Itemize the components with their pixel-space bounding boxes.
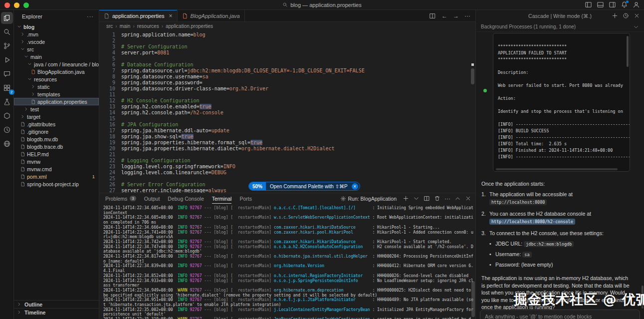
tab-application-properties[interactable]: application.properties×	[99, 10, 178, 21]
code-line[interactable]	[121, 116, 470, 122]
code-line[interactable]: # H2 Console Configuration	[121, 98, 470, 104]
terminal[interactable]: 2024-11-14T14:22:34.605+08:00 INFO 92767…	[99, 204, 475, 319]
breadcrumb-item[interactable]: application.properties	[166, 23, 213, 29]
code-line[interactable]: logging.level.com.linearuncle=DEBUG	[121, 170, 470, 176]
new-terminal-icon[interactable]	[403, 195, 409, 202]
tree-item-folder[interactable]: templates	[14, 90, 99, 98]
tree-item-file[interactable]: blogdb.trace.db	[14, 143, 99, 150]
tree-item-folder[interactable]: resources	[14, 75, 99, 83]
remote-icon[interactable]	[1, 138, 13, 150]
tree-item-file[interactable]: spring-boot-project.zip	[14, 180, 99, 188]
maximize-panel-icon[interactable]	[454, 195, 461, 202]
code-line[interactable]: spring.jpa.show-sql=true	[121, 134, 470, 140]
code-line[interactable]: spring.h2.console.path=/h2-console	[121, 110, 470, 116]
tree-item-file[interactable]: mvnw	[14, 158, 99, 165]
navigate-back-icon[interactable]: ←	[441, 12, 447, 19]
notifications-icon[interactable]	[621, 1, 628, 8]
terminal-scrollbar[interactable]	[471, 281, 475, 317]
chat-input[interactable]: Ask anything - use '@' to mention code b…	[480, 310, 640, 319]
panel-tab-debug-console[interactable]: Debug Console	[168, 193, 204, 204]
toggle-primary-sidebar-icon[interactable]	[585, 1, 592, 8]
panel-tab-problems[interactable]: Problems3	[105, 193, 136, 204]
close-cascade-icon[interactable]	[634, 12, 640, 19]
tree-item-file[interactable]: .gitattributes	[14, 120, 99, 128]
tree-item-file[interactable]: blogdb.mv.db	[14, 135, 99, 143]
panel-more-actions-icon[interactable]: ···	[444, 195, 450, 202]
close-tab-icon[interactable]: ×	[169, 13, 173, 19]
tree-item-folder[interactable]: .mvn	[14, 30, 99, 38]
tree-item-file[interactable]: .gitignore	[14, 128, 99, 135]
account-icon[interactable]	[633, 1, 640, 8]
code-line[interactable]: spring.jpa.properties.hibernate.dialect=…	[121, 146, 470, 152]
code-line[interactable]: spring.jpa.properties.hibernate.format_s…	[121, 140, 470, 146]
tree-item-folder[interactable]: main	[14, 53, 99, 60]
zoom-window-button[interactable]	[23, 2, 29, 8]
search-icon[interactable]	[1, 26, 13, 38]
panel-tab-output[interactable]: Output	[144, 193, 160, 204]
history-icon[interactable]	[1, 124, 13, 136]
run-debug-icon[interactable]	[1, 54, 13, 66]
packages-icon[interactable]	[1, 110, 13, 122]
block-horizontal-scrollbar[interactable]	[496, 168, 618, 170]
code-line[interactable]: # Server Configuration	[121, 44, 470, 50]
block-vertical-scrollbar[interactable]	[627, 36, 629, 67]
explorer-icon[interactable]	[1, 12, 13, 24]
tree-item-folder[interactable]: test	[14, 105, 99, 113]
new-conversation-icon[interactable]	[612, 12, 618, 19]
close-window-button[interactable]	[4, 2, 10, 8]
code-line[interactable]	[121, 56, 470, 62]
breadcrumb-item[interactable]: main	[120, 23, 131, 29]
code-line[interactable]: server.port=8081	[121, 50, 470, 56]
split-editor-icon[interactable]	[429, 12, 436, 19]
testing-icon[interactable]	[1, 96, 13, 108]
tree-item-file[interactable]: BlogApplication.java	[14, 68, 99, 75]
code-line[interactable]: # Database Configuration	[121, 62, 470, 68]
code-line[interactable]: # JPA Configuration	[121, 122, 470, 128]
outline-section[interactable]: Outline	[14, 300, 99, 308]
code-line[interactable]: # Logging Configuration	[121, 158, 470, 164]
toast-close-icon[interactable]: ×	[352, 183, 358, 190]
code-line[interactable]: spring.datasource.username=sa	[121, 74, 470, 80]
tree-item-file[interactable]: HELP.md	[14, 150, 99, 158]
code-line[interactable]: spring.datasource.password=	[121, 80, 470, 86]
conversation-history-icon[interactable]	[623, 12, 629, 19]
background-processes-row[interactable]: Background Processes (1 running, 1 done)	[476, 22, 644, 32]
editor-more-actions-icon[interactable]: ···	[464, 12, 470, 19]
minimize-window-button[interactable]	[14, 2, 19, 8]
breadcrumb-item[interactable]: src	[106, 23, 113, 29]
tree-item-file[interactable]: pom.xml1	[14, 173, 99, 180]
tree-item-folder[interactable]: src	[14, 45, 99, 53]
window-title[interactable]: blog — application.properties	[282, 2, 361, 8]
code-editor[interactable]: 1234567891011121314151617181920212223242…	[99, 30, 475, 193]
breadcrumb-item[interactable]: resources	[137, 23, 159, 29]
code-line[interactable]: spring.datasource.driver-class-name=org.…	[121, 86, 470, 92]
timeline-section[interactable]: Timeline	[14, 308, 99, 316]
panel-tab-ports[interactable]: Ports	[239, 193, 252, 204]
kill-terminal-icon[interactable]	[434, 195, 440, 202]
tree-item-folder[interactable]: target	[14, 113, 99, 120]
panel-tab-terminal[interactable]: Terminal	[212, 193, 232, 204]
code-line[interactable]: spring.application.name=blog	[121, 32, 470, 38]
code-line[interactable]	[121, 152, 470, 158]
code-line[interactable]	[121, 92, 470, 98]
tab-blogapplication-java[interactable]: BlogApplication.java	[178, 10, 245, 21]
code-line[interactable]: logging.level.org.springframework=INFO	[121, 164, 470, 170]
terminal-profile-dropdown-icon[interactable]	[413, 195, 420, 202]
tree-item-file[interactable]: mvnw.cmd	[14, 165, 99, 173]
editor-scrollbar[interactable]	[471, 68, 474, 84]
extensions-icon[interactable]: 2	[1, 82, 13, 94]
code-line[interactable]	[121, 38, 470, 44]
toggle-secondary-sidebar-icon[interactable]	[609, 1, 616, 8]
tree-item-folder[interactable]: blog	[14, 23, 99, 30]
navigate-forward-icon[interactable]: →	[453, 12, 459, 19]
tree-item-folder[interactable]: .vscode	[14, 38, 99, 45]
close-panel-icon[interactable]	[465, 195, 471, 202]
terminal-task[interactable]: Run: BlogApplication	[340, 196, 397, 202]
code-line[interactable]: spring.jpa.hibernate.ddl-auto=update	[121, 128, 470, 134]
toggle-panel-icon[interactable]	[597, 1, 604, 8]
explorer-more-actions-icon[interactable]: ···	[87, 13, 94, 19]
tree-item-file[interactable]: application.properties	[14, 98, 99, 105]
code-line[interactable]	[121, 176, 470, 182]
code-line[interactable]: spring.h2.console.enabled=true	[121, 104, 470, 110]
source-control-icon[interactable]	[1, 40, 13, 52]
